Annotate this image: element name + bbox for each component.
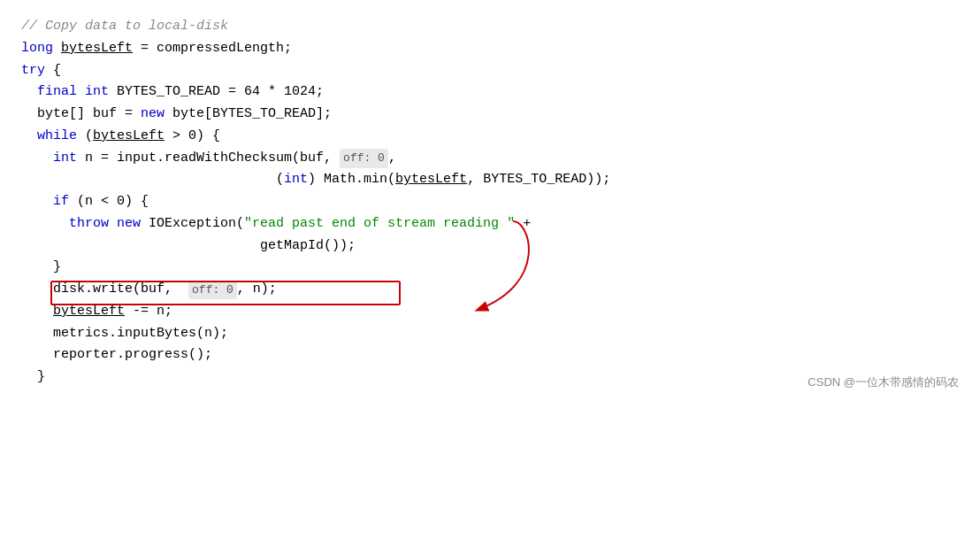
plain-metrics: metrics.inputBytes(n); xyxy=(21,323,228,345)
kw-final: final xyxy=(37,81,85,104)
kw-if: if xyxy=(53,191,69,213)
comment-text: // Copy data to local-disk xyxy=(21,16,228,38)
kw-new2: new xyxy=(117,213,141,235)
indent-2 xyxy=(21,81,37,104)
line-byte: byte[] buf = new byte[BYTES_TO_READ]; xyxy=(21,104,959,126)
kw-int-cast: int xyxy=(284,169,308,191)
plain-1: = compressedLength; xyxy=(133,38,292,60)
plain-disk: disk.write(buf, xyxy=(21,279,188,301)
var-bytesLeft-while: bytesLeft xyxy=(93,126,165,148)
plain-while xyxy=(21,126,37,148)
var-bytesLeft: bytesLeft xyxy=(61,38,133,60)
plain-byte2: byte[BYTES_TO_READ]; xyxy=(165,104,332,126)
kw-while: while xyxy=(37,126,77,148)
line-metrics: metrics.inputBytes(n); xyxy=(21,323,959,345)
kw-int2: int xyxy=(53,148,77,170)
kw-long: long xyxy=(21,38,61,60)
plain-cast3: , BYTES_TO_READ)); xyxy=(467,169,610,191)
plain-close-if: } xyxy=(21,257,61,279)
plain-while3: > 0) { xyxy=(165,126,220,148)
plain-n: , n); xyxy=(237,279,277,301)
plain-if2: (n < 0) { xyxy=(69,191,149,213)
var-bytesLeft-cast: bytesLeft xyxy=(395,169,467,191)
line-int-n: int n = input.readWithChecksum(buf, off:… xyxy=(21,148,959,170)
line-while: while (bytesLeft > 0) { xyxy=(21,126,959,148)
var-bytesLeft-2: bytesLeft xyxy=(53,301,125,323)
hint-off-0-disk: off: 0 xyxy=(188,281,237,299)
plain-throw2: IOException( xyxy=(141,213,244,235)
plain-throw xyxy=(21,213,69,235)
plain-if xyxy=(21,191,53,213)
kw-throw: throw xyxy=(69,213,117,235)
red-arrow xyxy=(371,212,566,319)
plain-int-n2: n = input.readWithChecksum(buf, xyxy=(77,148,340,170)
plain-int-n xyxy=(21,148,53,170)
line-if: if (n < 0) { xyxy=(21,191,959,213)
line-comment: // Copy data to local-disk xyxy=(21,16,959,38)
kw-try: try xyxy=(21,60,45,82)
plain-cast2: ) Math.min( xyxy=(308,169,395,191)
line-reporter: reporter.progress(); xyxy=(21,344,959,366)
line-long: long bytesLeft = compressedLength; xyxy=(21,38,959,60)
watermark: CSDN @一位木带感情的码农 xyxy=(808,374,959,392)
code-container: // Copy data to local-disk long bytesLef… xyxy=(0,0,980,405)
plain-comma: , xyxy=(388,148,396,170)
plain-reporter: reporter.progress(); xyxy=(21,344,212,366)
plain-close-try: } xyxy=(21,366,45,389)
hint-off-0: off: 0 xyxy=(340,149,388,167)
plain-bl2: -= n; xyxy=(125,301,172,323)
plain-byte: byte[] buf = xyxy=(21,104,141,126)
plain-bytes: BYTES_TO_READ = 64 * 1024; xyxy=(109,81,324,104)
line-final: final int BYTES_TO_READ = 64 * 1024; xyxy=(21,81,959,104)
plain-while2: ( xyxy=(77,126,93,148)
line-try: try { xyxy=(21,60,959,82)
plain-try: { xyxy=(45,60,61,82)
kw-int: int xyxy=(85,81,109,104)
plain-getmap: getMapId()); xyxy=(21,235,356,258)
plain-cast: ( xyxy=(21,169,284,191)
plain-bl xyxy=(21,301,53,323)
line-cast: (int) Math.min(bytesLeft, BYTES_TO_READ)… xyxy=(21,169,959,191)
kw-new: new xyxy=(141,104,165,126)
